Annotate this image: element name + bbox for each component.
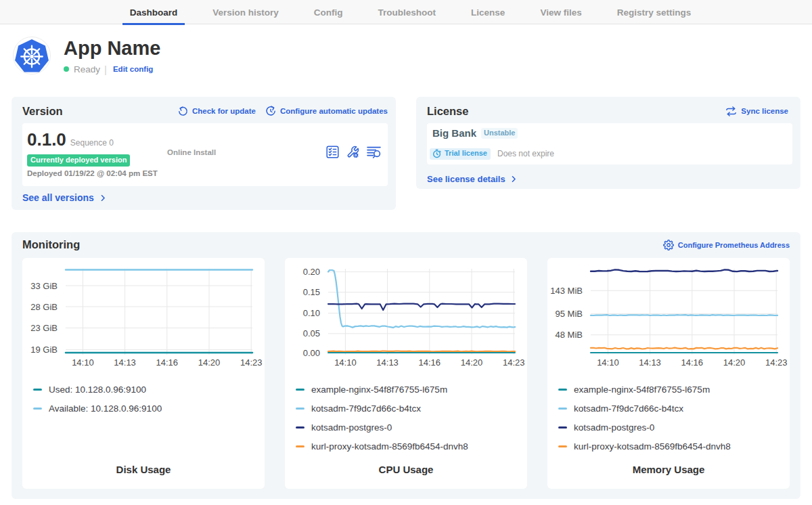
svg-text:14:20: 14:20 <box>461 357 483 368</box>
svg-text:14:13: 14:13 <box>376 357 399 368</box>
svg-text:95 MiB: 95 MiB <box>556 309 583 319</box>
svg-text:48 MiB: 48 MiB <box>556 330 583 340</box>
svg-text:33 GiB: 33 GiB <box>30 281 58 291</box>
svg-text:0.00: 0.00 <box>303 348 320 358</box>
svg-text:0.15: 0.15 <box>303 287 320 297</box>
svg-text:14:10: 14:10 <box>597 357 619 368</box>
svg-text:0.10: 0.10 <box>303 308 320 318</box>
svg-text:14:16: 14:16 <box>419 357 441 368</box>
svg-text:14:16: 14:16 <box>156 357 179 368</box>
svg-text:14:20: 14:20 <box>723 357 746 368</box>
svg-text:28 GiB: 28 GiB <box>30 302 58 312</box>
svg-text:143 MiB: 143 MiB <box>550 286 583 296</box>
svg-text:0.05: 0.05 <box>303 328 320 338</box>
svg-text:14:20: 14:20 <box>198 357 221 368</box>
svg-text:14:23: 14:23 <box>503 357 525 368</box>
svg-text:14:23: 14:23 <box>240 357 263 368</box>
svg-text:14:23: 14:23 <box>765 357 788 368</box>
svg-text:14:10: 14:10 <box>72 357 94 368</box>
svg-text:14:16: 14:16 <box>681 357 704 368</box>
svg-text:0.20: 0.20 <box>303 269 320 277</box>
svg-text:14:13: 14:13 <box>639 357 661 368</box>
svg-text:23 GiB: 23 GiB <box>30 323 58 333</box>
svg-text:14:13: 14:13 <box>114 357 136 368</box>
svg-text:14:10: 14:10 <box>334 357 357 368</box>
svg-text:19 GiB: 19 GiB <box>30 345 58 355</box>
